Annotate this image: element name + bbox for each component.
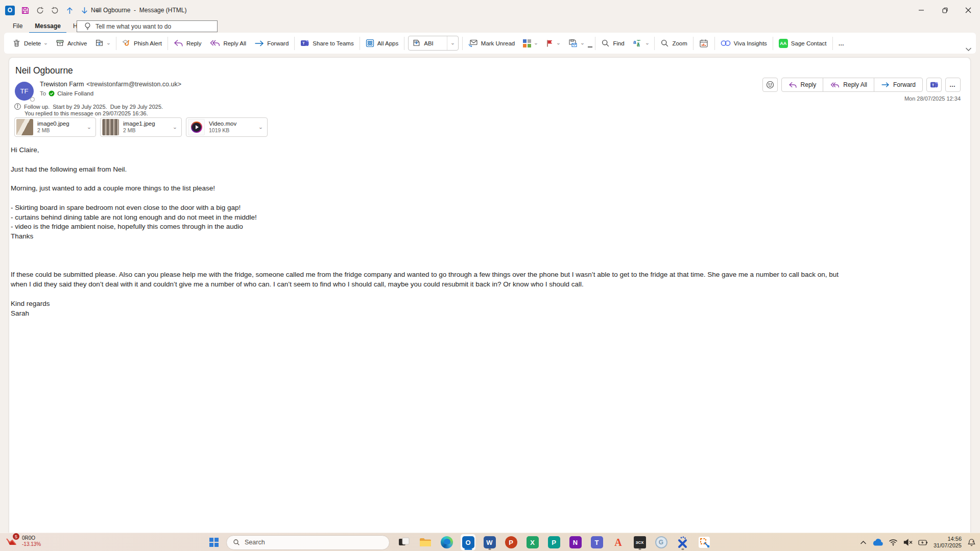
titlebar: O Neil Ogbourne - Message (0, 0, 980, 20)
publisher-button[interactable]: P (546, 534, 561, 550)
attachment-thumbnail (16, 119, 33, 135)
sender-name[interactable]: Trewiston Farm (40, 81, 84, 88)
battery-icon[interactable] (918, 540, 928, 545)
tray-chevron-up-icon[interactable] (860, 540, 867, 545)
a-app-button[interactable]: A (611, 534, 626, 550)
notification-bell-icon[interactable]: z (967, 538, 976, 547)
stock-widget-icon: 5 (5, 535, 18, 548)
excel-button[interactable]: X (525, 534, 540, 550)
message-subject: Neil Ogbourne (15, 65, 73, 76)
reply-all-button-header[interactable]: Reply All (823, 78, 874, 91)
more-actions-button[interactable]: … (945, 78, 961, 92)
reply-all-button[interactable]: Reply All (205, 35, 250, 52)
message-body: Hi Claire, Just had the following email … (11, 146, 848, 318)
viva-insights-button[interactable]: Viva Insights (716, 35, 771, 52)
body-line (11, 261, 848, 271)
share-to-teams-button[interactable]: T Share to Teams (296, 35, 357, 52)
tell-me-search[interactable]: Tell me what you want to do (77, 20, 218, 32)
3cx-button[interactable]: 3CX (632, 534, 647, 550)
attachment-menu-chevron[interactable]: ⌄ (254, 118, 267, 136)
reply-button-header[interactable]: Reply (782, 78, 823, 91)
edge-button[interactable] (439, 534, 454, 550)
ribbon-more-button[interactable]: … (834, 35, 850, 52)
categorize-icon (523, 39, 531, 47)
recipient-name[interactable]: Claire Folland (57, 90, 93, 97)
quick-steps-chevron[interactable]: ⌄ (447, 36, 458, 50)
phish-alert-button[interactable]: Phish Alert (118, 35, 166, 52)
translate-button[interactable]: a ă ⌄ (629, 35, 653, 52)
ribbon-divider (773, 37, 773, 50)
start-button[interactable] (206, 535, 222, 550)
body-line: Sarah (11, 309, 848, 319)
ribbon-divider (714, 37, 715, 50)
widgets-button[interactable]: 5 0R0O -13.13% (5, 535, 41, 548)
save-icon[interactable] (21, 6, 30, 15)
attachment-card[interactable]: image1.jpeg 2 MB ⌄ (100, 117, 182, 137)
move-to-folder-button[interactable]: ⌄ (91, 35, 114, 52)
header-actions: Reply Reply All Forward T (762, 78, 961, 92)
tray-clock[interactable]: 14:56 31/07/2025 (934, 536, 962, 549)
ribbon-divider (360, 37, 360, 50)
attachment-card[interactable]: image0.jpeg 2 MB ⌄ (14, 117, 96, 137)
presence-icon (30, 97, 35, 102)
undo-icon[interactable] (36, 6, 44, 15)
attachment-card[interactable]: Video.mov 1019 KB ⌄ (186, 117, 268, 137)
mark-unread-button[interactable]: Mark Unread (464, 35, 519, 52)
quick-steps-gallery[interactable]: ABI ⌄ (408, 36, 459, 51)
x-dots-app-button[interactable] (675, 534, 690, 550)
save-to-notes-button[interactable]: ⌄ (564, 35, 588, 52)
search-placeholder: Search (245, 539, 265, 546)
follow-up-button[interactable]: ⌄ (542, 35, 564, 52)
avatar[interactable]: TF (15, 82, 34, 101)
reply-button[interactable]: Reply (170, 35, 205, 52)
move-up-icon[interactable] (65, 6, 74, 15)
move-down-icon[interactable] (80, 6, 89, 15)
body-line: - curtains behind dining table are not l… (11, 213, 848, 223)
collapse-ribbon-icon[interactable] (965, 47, 972, 52)
reactions-button[interactable] (762, 78, 778, 92)
g-app-button[interactable]: G (654, 534, 668, 550)
tray-date: 31/07/2025 (934, 542, 962, 549)
search-icon (233, 539, 240, 546)
word-button[interactable]: W (482, 534, 497, 550)
menu-message[interactable]: Message (29, 20, 66, 33)
categorize-button[interactable]: ⌄ (519, 35, 542, 52)
close-button[interactable] (957, 0, 980, 20)
svg-text:T: T (302, 41, 305, 45)
onenote-button[interactable]: N (568, 534, 583, 550)
powerpoint-button[interactable]: P (504, 534, 518, 550)
file-explorer-button[interactable] (418, 534, 433, 550)
customer-manager-button[interactable] (695, 35, 713, 52)
snip-app-button[interactable] (697, 534, 711, 550)
delete-button[interactable]: Delete⌄ (8, 35, 52, 52)
forward-button-header[interactable]: Forward (874, 78, 922, 91)
to-label: To (40, 90, 46, 97)
outlook-taskbar-button[interactable]: O (461, 534, 475, 550)
taskbar-search[interactable]: Search (226, 535, 390, 550)
sage-icon: AA (779, 39, 788, 48)
zoom-button[interactable]: Zoom (656, 35, 691, 52)
menu-file[interactable]: File (7, 20, 28, 33)
wifi-icon[interactable] (889, 539, 898, 546)
archive-icon (56, 39, 64, 47)
all-apps-button[interactable]: All Apps (362, 35, 403, 52)
share-to-teams-header-button[interactable]: T (926, 78, 942, 92)
chevron-down-icon: ⌄ (43, 41, 48, 45)
body-line: Morning, just wanted to add a couple mor… (11, 184, 848, 194)
svg-text:ă: ă (637, 42, 640, 47)
body-line (11, 155, 848, 165)
teams-button[interactable]: T (589, 534, 604, 550)
sage-contact-button[interactable]: AA Sage Contact (775, 35, 831, 52)
onedrive-icon[interactable] (872, 539, 883, 546)
archive-button[interactable]: Archive (52, 35, 91, 52)
minimize-button[interactable] (910, 0, 933, 20)
redo-icon[interactable] (51, 6, 59, 15)
task-view-button[interactable] (396, 534, 411, 550)
attachment-menu-chevron[interactable]: ⌄ (82, 118, 95, 136)
attachment-menu-chevron[interactable]: ⌄ (168, 118, 181, 136)
volume-muted-icon[interactable] (903, 539, 913, 546)
find-button[interactable]: Find (597, 35, 628, 52)
forward-button[interactable]: Forward (250, 35, 293, 52)
restore-button[interactable] (933, 0, 957, 20)
svg-text:z: z (972, 540, 974, 543)
